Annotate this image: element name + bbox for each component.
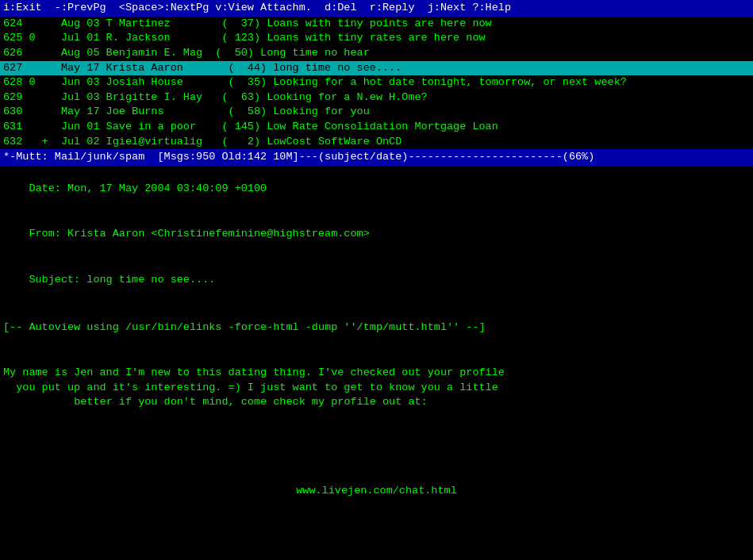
terminal-screen: i:Exit -:PrevPg <Space>:NextPg v:View At… <box>0 0 753 560</box>
body-url[interactable]: www.livejen.com/chat.html <box>3 484 750 499</box>
date-label: Date: Mon, 17 May 2004 03:40:09 +0100 <box>29 182 267 194</box>
body-blank2 <box>3 528 750 543</box>
email-row-627[interactable]: 627 May 17 Krista Aaron ( 44) long time … <box>0 61 753 76</box>
email-row-625[interactable]: 625 0 Jul 01 R. Jackson ( 123) Loans wit… <box>0 31 753 46</box>
subject-label: Subject: long time no see.... <box>29 274 215 286</box>
email-header-subject: Subject: long time no see.... <box>0 258 753 304</box>
email-header-blank <box>0 304 753 320</box>
email-row-629[interactable]: 629 Jul 03 Brigitte I. Hay ( 63) Looking… <box>0 90 753 105</box>
email-row-630[interactable]: 630 May 17 Joe Burns ( 58) Looking for y… <box>0 105 753 120</box>
top-bar[interactable]: i:Exit -:PrevPg <Space>:NextPg v:View At… <box>0 0 753 17</box>
email-list: 624 Aug 03 T Martinez ( 37) Loans with t… <box>0 17 753 150</box>
email-header-from: From: Krista Aaron <Christinefeminine@hi… <box>0 212 753 258</box>
email-row-632[interactable]: 632 + Jul 02 Igiel@virtualig ( 2) LowCos… <box>0 135 753 150</box>
from-label: From: Krista Aaron <Christinefeminine@hi… <box>29 228 369 240</box>
email-row-628[interactable]: 628 0 Jun 03 Josiah House ( 35) Looking … <box>0 75 753 90</box>
email-row-624[interactable]: 624 Aug 03 T Martinez ( 37) Loans with t… <box>0 17 753 32</box>
body-para1: My name is Jen and I'm new to this datin… <box>3 366 750 410</box>
autoview-line: [-- Autoview using /usr/bin/elinks -forc… <box>0 320 753 336</box>
mutt-status-bar: *-Mutt: Mail/junk/spam [Msgs:950 Old:142… <box>0 149 753 166</box>
email-header-date: Date: Mon, 17 May 2004 03:40:09 +0100 <box>0 166 753 212</box>
body-blank1 <box>3 439 750 455</box>
email-row-631[interactable]: 631 Jun 01 Save in a poor ( 145) Low Rat… <box>0 120 753 135</box>
email-body: My name is Jen and I'm new to this datin… <box>0 336 753 560</box>
email-row-626[interactable]: 626 Aug 05 Benjamin E. Mag ( 50) Long ti… <box>0 46 753 61</box>
